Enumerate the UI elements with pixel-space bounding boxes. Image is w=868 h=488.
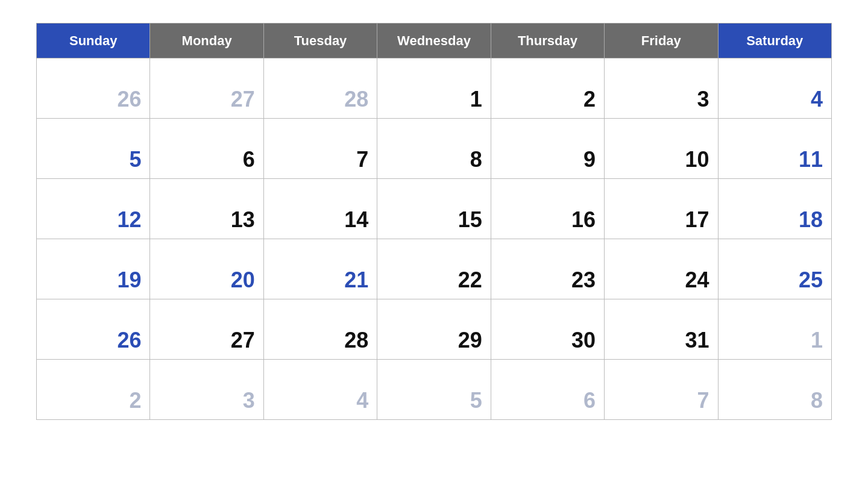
calendar-day-cell[interactable]: 31: [605, 299, 718, 360]
calendar-day-cell[interactable]: 15: [377, 179, 491, 239]
calendar-day-cell[interactable]: 27: [150, 299, 263, 360]
calendar-day-cell[interactable]: 2: [37, 360, 150, 420]
calendar-week-row: 2345678: [37, 360, 832, 420]
calendar-day-cell[interactable]: 20: [150, 239, 263, 299]
calendar-day-cell[interactable]: 24: [605, 239, 718, 299]
calendar-day-cell[interactable]: 28: [263, 58, 377, 119]
calendar-day-cell[interactable]: 13: [150, 179, 263, 239]
calendar-day-cell[interactable]: 12: [37, 179, 150, 239]
weekday-header-saturday: Saturday: [718, 23, 831, 58]
calendar-container: SundayMondayTuesdayWednesdayThursdayFrid…: [0, 0, 868, 426]
calendar-day-cell[interactable]: 14: [263, 179, 377, 239]
calendar-day-cell[interactable]: 29: [377, 299, 491, 360]
weekday-header-tuesday: Tuesday: [263, 23, 377, 58]
weekday-header-wednesday: Wednesday: [377, 23, 491, 58]
weekday-header-monday: Monday: [150, 23, 263, 58]
weekday-header-friday: Friday: [605, 23, 718, 58]
weekday-header-thursday: Thursday: [491, 23, 604, 58]
weekday-header-row: SundayMondayTuesdayWednesdayThursdayFrid…: [37, 23, 832, 58]
calendar-day-cell[interactable]: 21: [263, 239, 377, 299]
calendar-day-cell[interactable]: 3: [605, 58, 718, 119]
calendar-week-row: 567891011: [37, 119, 832, 179]
calendar-day-cell[interactable]: 11: [718, 119, 831, 179]
calendar-day-cell[interactable]: 7: [605, 360, 718, 420]
calendar-day-cell[interactable]: 19: [37, 239, 150, 299]
calendar-day-cell[interactable]: 4: [718, 58, 831, 119]
calendar-day-cell[interactable]: 27: [150, 58, 263, 119]
calendar-day-cell[interactable]: 4: [263, 360, 377, 420]
calendar-day-cell[interactable]: 1: [377, 58, 491, 119]
calendar-day-cell[interactable]: 1: [718, 299, 831, 360]
calendar-day-cell[interactable]: 7: [263, 119, 377, 179]
calendar-day-cell[interactable]: 5: [37, 119, 150, 179]
calendar-table: SundayMondayTuesdayWednesdayThursdayFrid…: [36, 23, 832, 420]
calendar-day-cell[interactable]: 26: [37, 58, 150, 119]
calendar-day-cell[interactable]: 16: [491, 179, 604, 239]
calendar-day-cell[interactable]: 6: [491, 360, 604, 420]
calendar-day-cell[interactable]: 9: [491, 119, 604, 179]
calendar-day-cell[interactable]: 28: [263, 299, 377, 360]
calendar-day-cell[interactable]: 30: [491, 299, 604, 360]
calendar-week-row: 2627282930311: [37, 299, 832, 360]
calendar-body: 2627281234567891011121314151617181920212…: [37, 58, 832, 420]
calendar-day-cell[interactable]: 25: [718, 239, 831, 299]
calendar-day-cell[interactable]: 10: [605, 119, 718, 179]
calendar-day-cell[interactable]: 2: [491, 58, 604, 119]
calendar-day-cell[interactable]: 23: [491, 239, 604, 299]
calendar-day-cell[interactable]: 6: [150, 119, 263, 179]
calendar-day-cell[interactable]: 8: [377, 119, 491, 179]
calendar-day-cell[interactable]: 26: [37, 299, 150, 360]
calendar-day-cell[interactable]: 17: [605, 179, 718, 239]
calendar-day-cell[interactable]: 18: [718, 179, 831, 239]
calendar-week-row: 19202122232425: [37, 239, 832, 299]
calendar-day-cell[interactable]: 3: [150, 360, 263, 420]
weekday-header-sunday: Sunday: [37, 23, 150, 58]
calendar-day-cell[interactable]: 22: [377, 239, 491, 299]
calendar-day-cell[interactable]: 8: [718, 360, 831, 420]
calendar-week-row: 12131415161718: [37, 179, 832, 239]
calendar-day-cell[interactable]: 5: [377, 360, 491, 420]
calendar-week-row: 2627281234: [37, 58, 832, 119]
